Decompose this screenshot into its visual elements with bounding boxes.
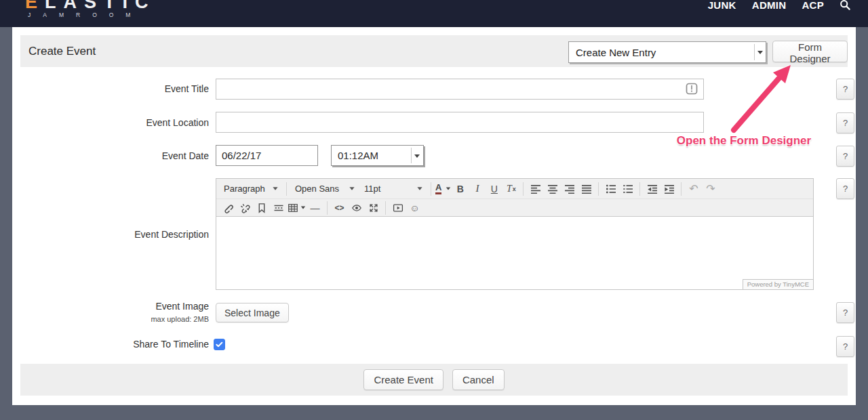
underline-icon: U bbox=[491, 184, 498, 194]
editor-content-area[interactable] bbox=[216, 217, 813, 289]
insert-media-icon bbox=[393, 203, 403, 213]
paragraph-format-select[interactable]: Paragraph bbox=[219, 182, 283, 196]
numbered-list-button[interactable] bbox=[620, 182, 635, 196]
checkmark-icon bbox=[214, 339, 224, 350]
align-justify-icon bbox=[581, 184, 592, 194]
toolbar-separator bbox=[523, 182, 524, 196]
help-button-event-description[interactable]: ? bbox=[836, 178, 854, 199]
font-size-select[interactable]: 11pt bbox=[359, 182, 427, 196]
autofill-icon[interactable] bbox=[686, 83, 698, 98]
italic-icon: I bbox=[475, 183, 479, 194]
bold-icon: B bbox=[457, 184, 464, 194]
event-image-label: Event Image bbox=[60, 301, 209, 312]
redo-button[interactable]: ↷ bbox=[703, 182, 718, 196]
toolbar-separator bbox=[681, 182, 682, 196]
entry-type-select[interactable]: Create New Entry bbox=[568, 41, 766, 63]
help-button-event-image[interactable]: ? bbox=[836, 302, 854, 323]
horizontal-rule-icon: — bbox=[311, 203, 320, 213]
site-logo[interactable]: ELASTIC JAMROOM bbox=[25, 0, 156, 18]
anchor-button[interactable] bbox=[254, 201, 269, 215]
undo-button[interactable]: ↶ bbox=[686, 182, 701, 196]
editor-toolbar-row1: ParagraphOpen Sans11ptABIUTx↶↷ bbox=[216, 179, 813, 199]
logo-first-letter: E bbox=[25, 0, 45, 12]
page-break-button[interactable] bbox=[271, 201, 286, 215]
toolbar-separator bbox=[385, 201, 386, 215]
chevron-down-icon bbox=[757, 51, 763, 54]
redo-icon: ↷ bbox=[706, 182, 715, 195]
nav-item-admin[interactable]: ADMIN bbox=[752, 0, 787, 10]
form-footer-bar: Create Event Cancel bbox=[20, 364, 848, 396]
preview-button[interactable] bbox=[349, 201, 364, 215]
share-to-timeline-label: Share To Timeline bbox=[60, 339, 209, 350]
nav-item-acp[interactable]: ACP bbox=[802, 0, 824, 10]
decrease-indent-button[interactable] bbox=[644, 182, 660, 196]
align-center-icon bbox=[547, 184, 558, 194]
align-center-button[interactable] bbox=[545, 182, 560, 196]
font-family-select[interactable]: Open Sans bbox=[290, 182, 359, 196]
form-designer-button[interactable]: Form Designer bbox=[772, 41, 848, 62]
insert-link-button[interactable] bbox=[220, 201, 235, 215]
page-break-icon bbox=[273, 203, 284, 213]
align-left-button[interactable] bbox=[528, 182, 543, 196]
share-to-timeline-checkbox[interactable] bbox=[214, 339, 225, 350]
insert-link-icon bbox=[222, 203, 233, 213]
event-image-upload-note: max upload: 2MB bbox=[60, 315, 209, 323]
editor-toolbar-row2: —<>☺ bbox=[216, 199, 813, 217]
align-right-icon bbox=[564, 184, 575, 194]
create-event-submit-button[interactable]: Create Event bbox=[363, 369, 443, 390]
table-button[interactable] bbox=[288, 201, 306, 215]
text-color-button[interactable]: A bbox=[435, 182, 451, 196]
align-justify-button[interactable] bbox=[578, 182, 594, 196]
clear-formatting-button[interactable]: Tx bbox=[503, 182, 519, 196]
search-icon[interactable] bbox=[840, 0, 850, 13]
chevron-down-icon bbox=[301, 207, 305, 209]
increase-indent-icon bbox=[664, 184, 675, 194]
entry-type-select-value: Create New Entry bbox=[569, 47, 656, 58]
font-size-select-value: 11pt bbox=[364, 184, 380, 194]
align-left-icon bbox=[530, 184, 541, 194]
event-location-label: Event Location bbox=[60, 117, 209, 128]
insert-media-button[interactable] bbox=[390, 201, 406, 215]
event-time-select[interactable]: 01:12AM bbox=[331, 145, 424, 166]
font-family-select-value: Open Sans bbox=[295, 184, 339, 194]
increase-indent-button[interactable] bbox=[661, 182, 677, 196]
fullscreen-button[interactable] bbox=[366, 201, 381, 215]
select-divider bbox=[754, 44, 755, 60]
emoticons-button[interactable]: ☺ bbox=[407, 201, 422, 215]
remove-link-button[interactable] bbox=[237, 201, 252, 215]
horizontal-rule-button[interactable]: — bbox=[307, 201, 323, 215]
underline-button[interactable]: U bbox=[486, 182, 502, 196]
bullet-list-button[interactable] bbox=[603, 182, 618, 196]
select-image-button[interactable]: Select Image bbox=[216, 303, 289, 322]
help-button-share-to-timeline[interactable]: ? bbox=[836, 336, 854, 357]
event-location-input[interactable] bbox=[216, 112, 704, 133]
help-button-event-date[interactable]: ? bbox=[836, 146, 854, 167]
toolbar-separator bbox=[639, 182, 640, 196]
toolbar-separator bbox=[431, 182, 431, 196]
bullet-list-icon bbox=[606, 184, 616, 194]
undo-icon: ↶ bbox=[689, 182, 698, 195]
event-title-input[interactable] bbox=[216, 79, 704, 100]
logo-subtitle: JAMROOM bbox=[25, 12, 156, 18]
italic-button[interactable]: I bbox=[469, 182, 485, 196]
cancel-button[interactable]: Cancel bbox=[452, 369, 505, 390]
bold-button[interactable]: B bbox=[452, 182, 468, 196]
event-title-label: Event Title bbox=[60, 83, 209, 94]
panel-header: Create Event Create New Entry Form Desig… bbox=[20, 35, 848, 67]
source-code-icon: <> bbox=[334, 203, 344, 213]
nav-item-junk[interactable]: JUNK bbox=[708, 0, 736, 10]
annotation-text: Open the Form Designer bbox=[670, 134, 818, 148]
tinymce-badge: Powered by TinyMCE bbox=[743, 279, 814, 290]
text-color-icon: A bbox=[435, 183, 441, 194]
preview-icon bbox=[351, 203, 362, 213]
toolbar-separator bbox=[598, 182, 599, 196]
align-right-button[interactable] bbox=[561, 182, 577, 196]
numbered-list-icon bbox=[623, 184, 633, 194]
chevron-down-icon bbox=[446, 188, 450, 190]
source-code-button[interactable]: <> bbox=[332, 201, 347, 215]
help-button-event-title[interactable]: ? bbox=[836, 79, 854, 100]
table-icon bbox=[288, 203, 298, 213]
page: ELASTIC JAMROOM JUNK ADMIN ACP Create Ev… bbox=[0, 0, 868, 420]
help-button-event-location[interactable]: ? bbox=[836, 112, 854, 133]
event-date-input[interactable] bbox=[216, 145, 318, 166]
